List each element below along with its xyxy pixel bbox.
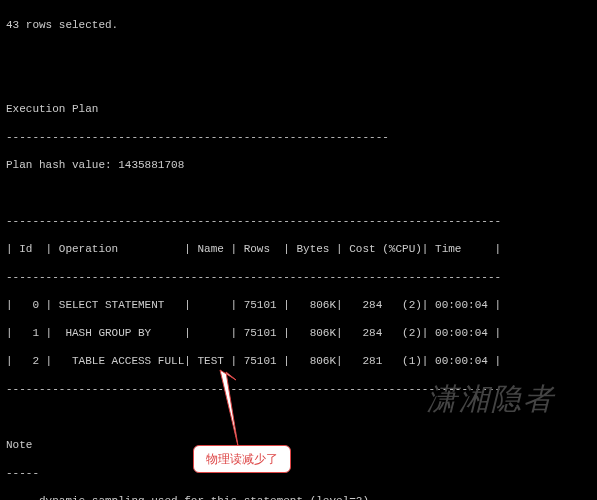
plan-row: | 1 | HASH GROUP BY | | 75101 | 806K| 28…: [6, 326, 591, 340]
exec-plan-title: Execution Plan: [6, 102, 591, 116]
hr: ----------------------------------------…: [6, 130, 591, 144]
note-line: - dynamic sampling used for this stateme…: [6, 494, 591, 500]
plan-header: | Id | Operation | Name | Rows | Bytes |…: [6, 242, 591, 256]
terminal-output: 43 rows selected. Execution Plan -------…: [6, 4, 591, 500]
note-hr: -----: [6, 466, 591, 480]
plan-hr: ----------------------------------------…: [6, 270, 591, 284]
plan-hash: Plan hash value: 1435881708: [6, 158, 591, 172]
plan-row: | 2 | TABLE ACCESS FULL| TEST | 75101 | …: [6, 354, 591, 368]
note-title: Note: [6, 438, 591, 452]
plan-row: | 0 | SELECT STATEMENT | | 75101 | 806K|…: [6, 298, 591, 312]
rows-selected: 43 rows selected.: [6, 18, 591, 32]
plan-hr: ----------------------------------------…: [6, 382, 591, 396]
plan-hr: ----------------------------------------…: [6, 214, 591, 228]
